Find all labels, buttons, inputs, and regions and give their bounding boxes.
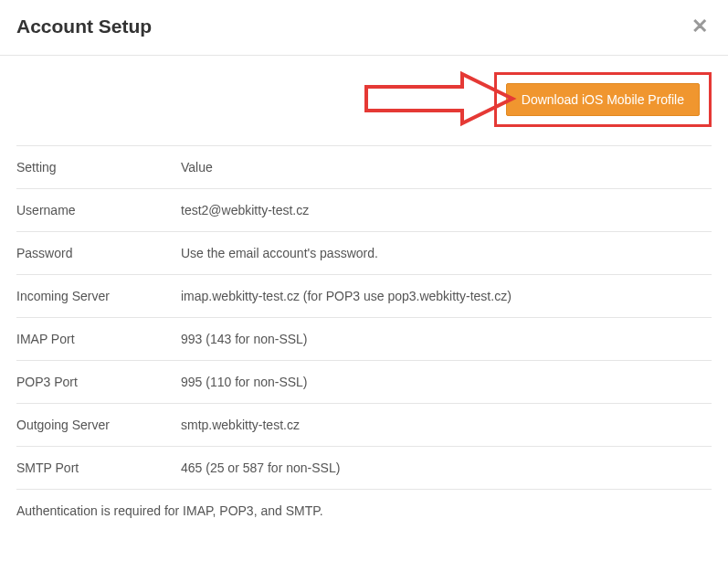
setting-label: SMTP Port [16, 447, 181, 490]
setting-value: 995 (110 for non-SSL) [181, 361, 712, 404]
setting-label: POP3 Port [16, 361, 181, 404]
setting-value: imap.webkitty-test.cz (for POP3 use pop3… [181, 275, 712, 318]
annotation-highlight-box: Download iOS Mobile Profile [494, 72, 712, 127]
setting-value: smtp.webkitty-test.cz [181, 404, 712, 447]
setting-value: test2@webkitty-test.cz [181, 189, 712, 232]
setting-label: IMAP Port [16, 318, 181, 361]
setting-label: Password [16, 232, 181, 275]
table-header-setting: Setting [16, 146, 181, 189]
setting-label: Outgoing Server [16, 404, 181, 447]
table-row: Username test2@webkitty-test.cz [16, 189, 712, 232]
modal-header: Account Setup ✕ [0, 0, 728, 56]
table-row: SMTP Port 465 (25 or 587 for non-SSL) [16, 447, 712, 490]
table-row: Incoming Server imap.webkitty-test.cz (f… [16, 275, 712, 318]
modal-content: Download iOS Mobile Profile Setting Valu… [0, 56, 728, 548]
table-row: Outgoing Server smtp.webkitty-test.cz [16, 404, 712, 447]
annotation-arrow-icon [362, 70, 517, 127]
table-row: IMAP Port 993 (143 for non-SSL) [16, 318, 712, 361]
table-row: POP3 Port 995 (110 for non-SSL) [16, 361, 712, 404]
setting-label: Username [16, 189, 181, 232]
setting-value: 465 (25 or 587 for non-SSL) [181, 447, 712, 490]
setting-label: Incoming Server [16, 275, 181, 318]
table-row: Password Use the email account's passwor… [16, 232, 712, 275]
page-title: Account Setup [16, 16, 152, 37]
setting-value: Use the email account's password. [181, 232, 712, 275]
close-icon[interactable]: ✕ [688, 15, 712, 38]
action-row: Download iOS Mobile Profile [16, 72, 712, 127]
settings-table: Setting Value Username test2@webkitty-te… [16, 145, 712, 490]
authentication-note: Authentication is required for IMAP, POP… [16, 490, 712, 532]
setting-value: 993 (143 for non-SSL) [181, 318, 712, 361]
download-ios-profile-button[interactable]: Download iOS Mobile Profile [506, 83, 700, 116]
table-header-value: Value [181, 146, 712, 189]
table-header-row: Setting Value [16, 146, 712, 189]
